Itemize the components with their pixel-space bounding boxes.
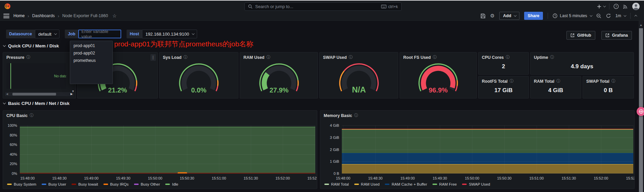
scrollbar-thumb[interactable] <box>12 93 56 95</box>
y-tick-label: 1 GiB <box>320 159 339 163</box>
settings-gear-icon[interactable]: ⚙ <box>490 13 495 19</box>
pressure-horizontal-scrollbar[interactable]: ◀ ▶ <box>5 92 74 96</box>
scroll-left-icon[interactable]: ◀ <box>5 92 9 96</box>
legend-item[interactable]: RAM Cache + Buffer <box>385 182 427 186</box>
panel-title[interactable]: Memory Basicⓘ <box>324 113 358 118</box>
dashboard-toolbar: Home › Dashboards › Node Exporter Full-1… <box>0 11 644 21</box>
menu-toggle-icon[interactable] <box>3 14 9 18</box>
x-tick-label: 15:50:00 <box>142 176 169 180</box>
panel-rootfs-total: RootFS Totalⓘ 17 GiB <box>478 76 529 99</box>
template-variables-row: Datasource default Job Enter variable va… <box>6 30 197 38</box>
panel-title[interactable]: Sys Loadⓘ <box>163 54 188 60</box>
info-icon[interactable]: ⓘ <box>30 113 34 118</box>
info-icon[interactable]: ⓘ <box>354 113 358 118</box>
info-icon[interactable]: ⓘ <box>611 78 615 84</box>
info-icon[interactable]: ⓘ <box>349 54 353 60</box>
github-link-button[interactable]: GitHub <box>566 31 595 40</box>
info-icon[interactable]: ⓘ <box>550 54 554 60</box>
add-new-button[interactable] <box>597 4 605 9</box>
job-option[interactable]: prod-app02 <box>70 49 112 57</box>
user-avatar[interactable] <box>632 2 640 10</box>
job-option[interactable]: prometheus <box>70 57 112 64</box>
legend-item[interactable]: RAM Free <box>432 182 457 186</box>
x-tick-label: 15:51:30 <box>237 176 264 180</box>
host-select[interactable]: 192.168.100.134:9100 <box>142 30 197 38</box>
panel-title[interactable]: RAM Usedⓘ <box>243 54 271 60</box>
info-icon[interactable]: ⓘ <box>267 54 271 60</box>
panel-title[interactable]: Root FS Usedⓘ <box>403 54 437 60</box>
svg-text:0.0%: 0.0% <box>191 86 206 94</box>
job-variable-input[interactable]: Enter variable value <box>78 30 121 38</box>
panel-title[interactable]: Uptimeⓘ <box>534 54 554 60</box>
x-tick-label: 15:48:30 <box>362 176 389 180</box>
panel-title[interactable]: CPU Basicⓘ <box>6 113 34 118</box>
scroll-up-icon[interactable]: ▲ <box>639 24 643 27</box>
svg-text:21.2%: 21.2% <box>108 86 127 94</box>
y-tick-label: 60% <box>3 143 17 147</box>
add-panel-button[interactable]: Add <box>499 12 519 20</box>
legend-item[interactable]: Busy Other <box>134 182 160 186</box>
section-basic-cpu[interactable]: Basic CPU / Mem / Net / Disk <box>3 101 70 106</box>
info-icon[interactable]: ⓘ <box>433 54 437 60</box>
info-icon[interactable]: ⓘ <box>510 78 514 84</box>
panel-menu-kebab-icon[interactable]: ⋮ <box>150 54 156 61</box>
job-option[interactable]: prod-app01 <box>70 42 112 49</box>
search-placeholder: Search or jump to... <box>255 4 381 9</box>
legend-item[interactable]: RAM Total <box>324 182 349 186</box>
breadcrumb-home[interactable]: Home <box>13 13 25 18</box>
panel-rootfs-used: Root FS Usedⓘ 96.9% <box>400 52 477 99</box>
gauge-ram-used: 27.9% <box>240 61 318 98</box>
info-icon[interactable]: ⓘ <box>506 54 510 60</box>
x-tick-label: 15:49:30 <box>426 176 453 180</box>
info-icon[interactable]: ⓘ <box>184 54 188 60</box>
floating-badge[interactable] <box>637 107 644 116</box>
legend-item[interactable]: Busy User <box>42 182 66 186</box>
grafana-logo-icon[interactable] <box>4 3 11 9</box>
breadcrumb-dashboards[interactable]: Dashboards <box>32 13 55 18</box>
legend-item[interactable]: Busy IRQs <box>103 182 129 186</box>
x-tick-label: 15:52:00 <box>269 176 296 180</box>
info-icon[interactable]: ⓘ <box>556 78 560 84</box>
panel-title[interactable]: RAM Totalⓘ <box>534 78 560 84</box>
legend-swatch <box>354 184 359 185</box>
clock-icon <box>553 13 557 18</box>
help-icon[interactable]: ? <box>613 4 619 9</box>
save-dashboard-icon[interactable] <box>480 13 486 18</box>
legend-item[interactable]: Idle <box>165 182 178 186</box>
panel-title[interactable]: SWAP Totalⓘ <box>586 78 615 84</box>
info-icon[interactable]: ⓘ <box>27 54 31 60</box>
chart-plot[interactable] <box>342 125 633 174</box>
cpu-basic-legend: Busy SystemBusy UserBusy IowaitBusy IRQs… <box>7 182 178 186</box>
share-button[interactable]: Share <box>524 12 543 20</box>
x-tick-label: 15:49:00 <box>78 176 105 180</box>
grafana-dashboard: Search or jump to... ctrl+k ? <box>0 0 644 192</box>
y-tick-label: 40% <box>3 152 17 156</box>
datasource-select[interactable]: default <box>35 30 59 38</box>
refresh-icon[interactable] <box>606 13 611 18</box>
panel-title[interactable]: CPU Coresⓘ <box>482 54 510 60</box>
chart-plot[interactable] <box>20 125 315 174</box>
legend-item[interactable]: Busy System <box>7 182 36 186</box>
collapse-toolbar-icon[interactable] <box>635 15 637 17</box>
legend-item[interactable]: Busy Iowait <box>72 182 98 186</box>
global-search-input[interactable]: Search or jump to... ctrl+k <box>244 2 402 11</box>
panel-title[interactable]: Pressureⓘ <box>6 54 31 60</box>
panel-title[interactable]: RootFS Totalⓘ <box>482 78 514 84</box>
pressure-chart: No data <box>6 63 66 89</box>
star-favorite-icon[interactable]: ☆ <box>112 13 117 18</box>
chevron-down-icon <box>54 32 57 35</box>
panel-pressure: Pressureⓘ No data ▼ ◀ ▶ <box>3 52 76 99</box>
scroll-right-icon[interactable]: ▶ <box>70 92 74 96</box>
refresh-interval-picker[interactable]: 1m <box>615 13 626 18</box>
svg-text:?: ? <box>615 5 617 8</box>
grafana-link-button[interactable]: Grafana <box>601 31 632 40</box>
page-scrollbar[interactable]: ▲ <box>639 21 643 192</box>
legend-item[interactable]: RAM Used <box>354 182 380 186</box>
section-quick-cpu[interactable]: Quick CPU / Mem / Disk <box>3 43 59 48</box>
x-tick-label: 15:51:30 <box>555 176 582 180</box>
news-rss-icon[interactable] <box>623 4 628 9</box>
legend-item[interactable]: SWAP Used <box>462 182 490 186</box>
time-range-picker[interactable]: Last 5 minutes <box>553 13 591 18</box>
panel-title[interactable]: SWAP Usedⓘ <box>323 54 353 60</box>
zoom-out-icon[interactable] <box>596 13 601 18</box>
